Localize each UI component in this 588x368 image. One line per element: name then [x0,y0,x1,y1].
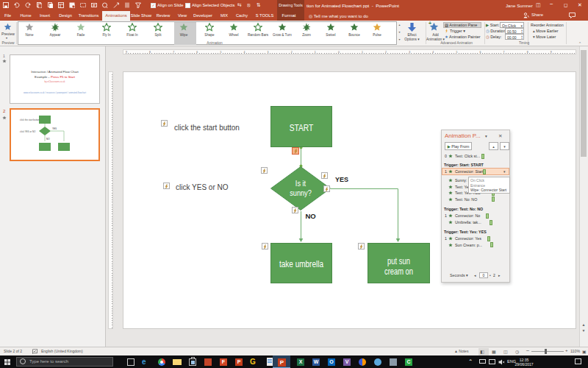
svg-text:click YES or NO: click YES or NO [20,130,36,133]
svg-text:NO: NO [46,138,50,141]
svg-text:YES: YES [52,127,57,130]
svg-text:click the start button: click the start button [20,118,40,121]
